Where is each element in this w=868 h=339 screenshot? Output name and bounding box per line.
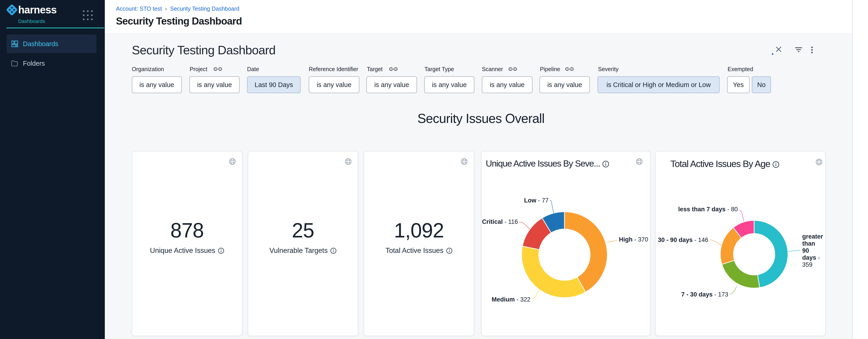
svg-text:359: 359: [802, 261, 812, 268]
svg-text:less than 7 days - 80: less than 7 days - 80: [678, 206, 738, 213]
svg-text:7 - 30 days - 173: 7 - 30 days - 173: [681, 291, 728, 298]
svg-text:days -: days -: [802, 254, 820, 261]
svg-text:greater: greater: [802, 233, 823, 240]
svg-text:High - 370: High - 370: [619, 236, 648, 243]
svg-text:than: than: [802, 240, 815, 247]
svg-text:Low - 77: Low - 77: [524, 197, 549, 204]
svg-text:90: 90: [802, 247, 809, 254]
svg-text:Medium - 322: Medium - 322: [492, 296, 530, 303]
svg-text:30 - 90 days - 146: 30 - 90 days - 146: [658, 236, 708, 243]
svg-text:Critical - 116: Critical - 116: [482, 218, 518, 225]
